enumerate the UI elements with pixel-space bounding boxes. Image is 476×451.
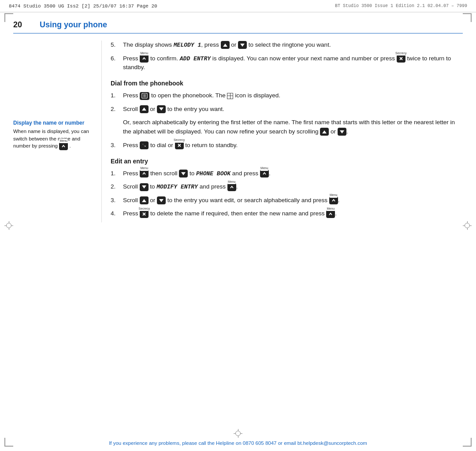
crosshair-right xyxy=(463,221,472,230)
up-arrow-button xyxy=(221,41,230,49)
main-layout: Display the name or number When name is … xyxy=(13,41,463,222)
dial-step-1: 1. Press to open the phonebook. The xyxy=(111,91,463,100)
sidebar-note-text: When name is displayed, you can switch b… xyxy=(13,128,93,150)
corner-bracket-br xyxy=(463,438,472,447)
step-5: 5. The display shows MELODY 1, press or … xyxy=(111,41,463,50)
alphabetical-search-text: Or, search alphabetically by entering th… xyxy=(123,118,463,137)
header-left-text: 8474 Studio 3500 UG Iss2 [2] 25/10/07 16… xyxy=(9,4,335,9)
edit-step-3: 3. Scroll or to the entry you want edit,… xyxy=(111,196,463,205)
secrecy-x-button-3: Secrecy xyxy=(140,210,149,218)
scroll-down-edit1 xyxy=(179,170,188,177)
edit-step-1: 1. Press Menu then scroll to PHONE BOOK … xyxy=(111,169,463,178)
corner-bracket-tr xyxy=(463,13,472,22)
scroll-down-button-2 xyxy=(157,105,166,113)
scroll-up-button-para xyxy=(320,128,329,136)
page-number: 20 xyxy=(13,20,31,30)
scroll-down-button-para xyxy=(338,128,346,136)
section-divider xyxy=(13,33,463,33)
edit-step-2: 2. Scroll to MODIFY ENTRY and press Menu… xyxy=(111,182,463,192)
scroll-up-edit3 xyxy=(140,196,149,204)
page-content: 20 Using your phone Display the name or … xyxy=(13,12,463,438)
scroll-down-edit3 xyxy=(157,196,166,204)
scroll-down-edit2 xyxy=(140,183,149,191)
dial-button xyxy=(140,141,149,149)
menu-confirm-edit3: Menu xyxy=(329,196,338,204)
menu-confirm-edit4: Menu xyxy=(326,210,335,218)
page-title: Using your phone xyxy=(40,20,107,30)
header-right-text: BT Studio 3500 Issue 1 Edition 2.1 02.04… xyxy=(335,4,467,8)
down-arrow-button xyxy=(238,41,247,49)
secrecy-x-button-1: Secrecy xyxy=(397,55,405,63)
phonebook-open-button xyxy=(140,92,149,100)
menu-confirm-button: Menu xyxy=(140,55,149,63)
sidebar: Display the name or number When name is … xyxy=(13,41,101,222)
section-dial-heading: Dial from the phonebook xyxy=(111,80,463,87)
header-strip: 8474 Studio 3500 UG Iss2 [2] 25/10/07 16… xyxy=(0,0,476,12)
edit-step-4: 4. Press Secrecy to delete the name if r… xyxy=(111,209,463,218)
secrecy-x-button-2: Secrecy xyxy=(175,141,184,149)
dial-step-2: 2. Scroll or to the entry you want. xyxy=(111,105,463,114)
menu-button-sidebar: Menu xyxy=(59,142,68,150)
menu-confirm-edit2: Menu xyxy=(227,183,236,191)
page-title-row: 20 Using your phone xyxy=(13,12,463,33)
sidebar-note-title: Display the name or number xyxy=(13,120,93,126)
step-6: 6. Press Menu to confirm. ADD ENTRY is d… xyxy=(111,54,463,72)
section-edit-heading: Edit an entry xyxy=(111,158,463,165)
corner-bracket-bl xyxy=(4,438,13,447)
crosshair-left xyxy=(4,221,13,230)
main-content: 5. The display shows MELODY 1, press or … xyxy=(101,41,463,222)
phonebook-grid-icon xyxy=(227,93,233,99)
scroll-up-button-2 xyxy=(140,105,149,113)
corner-bracket-tl xyxy=(4,13,13,22)
footer-helpline: If you experience any problems, please c… xyxy=(13,440,463,446)
menu-button-edit1: Menu xyxy=(140,170,149,177)
menu-confirm-edit1: Menu xyxy=(260,170,269,177)
dial-step-3: 3. Press to dial or Secrecy to return to… xyxy=(111,141,463,150)
